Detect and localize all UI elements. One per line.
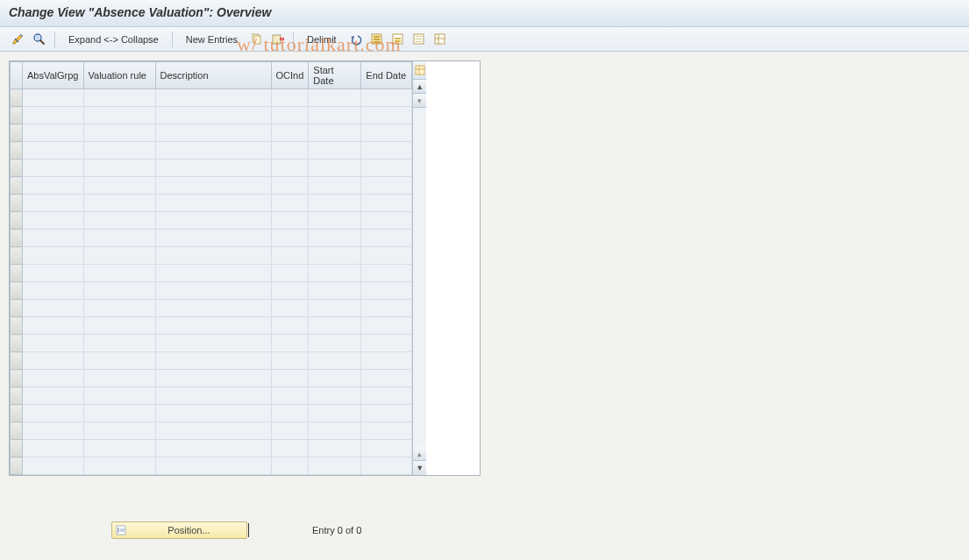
undo-icon[interactable] xyxy=(346,31,366,48)
cell[interactable] xyxy=(83,405,155,422)
cell[interactable] xyxy=(155,370,271,387)
cell[interactable] xyxy=(83,212,155,230)
position-button[interactable]: Position... xyxy=(111,521,247,539)
cell[interactable] xyxy=(271,440,309,457)
cell[interactable] xyxy=(155,124,271,142)
row-selector[interactable] xyxy=(11,212,23,230)
scroll-down-icon[interactable]: ▼ xyxy=(413,461,426,475)
cell[interactable] xyxy=(271,405,309,422)
row-selector[interactable] xyxy=(11,300,23,317)
cell[interactable] xyxy=(23,230,84,247)
cell[interactable] xyxy=(361,387,412,405)
cell[interactable] xyxy=(309,230,361,247)
select-block-icon[interactable] xyxy=(388,31,408,48)
cell[interactable] xyxy=(83,89,155,107)
cell[interactable] xyxy=(155,457,271,475)
cell[interactable] xyxy=(155,247,271,265)
row-selector[interactable] xyxy=(11,195,23,212)
cell[interactable] xyxy=(155,317,271,335)
cell[interactable] xyxy=(309,335,361,352)
cell[interactable] xyxy=(361,440,412,457)
cell[interactable] xyxy=(309,440,361,457)
cell[interactable] xyxy=(361,317,412,335)
cell[interactable] xyxy=(83,457,155,475)
cell[interactable] xyxy=(271,282,309,300)
column-header[interactable]: Valuation rule xyxy=(83,62,155,89)
cell[interactable] xyxy=(309,265,361,282)
cell[interactable] xyxy=(271,124,309,142)
cell[interactable] xyxy=(155,212,271,230)
row-selector[interactable] xyxy=(11,422,23,440)
cell[interactable] xyxy=(23,370,84,387)
cell[interactable] xyxy=(83,317,155,335)
cell[interactable] xyxy=(23,124,84,142)
row-selector[interactable] xyxy=(11,265,23,282)
cell[interactable] xyxy=(361,300,412,317)
cell[interactable] xyxy=(361,142,412,159)
delimit-button[interactable]: Delimit xyxy=(299,31,345,48)
cell[interactable] xyxy=(271,177,309,195)
cell[interactable] xyxy=(83,352,155,370)
cell[interactable] xyxy=(23,422,84,440)
cell[interactable] xyxy=(271,230,309,247)
cell[interactable] xyxy=(23,440,84,457)
cell[interactable] xyxy=(271,159,309,177)
table-config-icon[interactable] xyxy=(413,61,426,80)
cell[interactable] xyxy=(309,195,361,212)
row-selector[interactable] xyxy=(11,124,23,142)
cell[interactable] xyxy=(155,195,271,212)
cell[interactable] xyxy=(361,265,412,282)
cell[interactable] xyxy=(309,89,361,107)
cell[interactable] xyxy=(23,212,84,230)
cell[interactable] xyxy=(83,247,155,265)
row-selector[interactable] xyxy=(11,317,23,335)
cell[interactable] xyxy=(361,457,412,475)
cell[interactable] xyxy=(83,387,155,405)
cell[interactable] xyxy=(309,352,361,370)
cell[interactable] xyxy=(271,195,309,212)
cell[interactable] xyxy=(271,370,309,387)
cell[interactable] xyxy=(309,142,361,159)
cell[interactable] xyxy=(361,422,412,440)
cell[interactable] xyxy=(361,89,412,107)
cell[interactable] xyxy=(155,265,271,282)
cell[interactable] xyxy=(361,335,412,352)
cell[interactable] xyxy=(23,195,84,212)
cell[interactable] xyxy=(309,247,361,265)
cell[interactable] xyxy=(23,352,84,370)
cell[interactable] xyxy=(23,89,84,107)
cell[interactable] xyxy=(271,89,309,107)
cell[interactable] xyxy=(23,107,84,124)
cell[interactable] xyxy=(23,387,84,405)
cell[interactable] xyxy=(23,300,84,317)
cell[interactable] xyxy=(155,142,271,159)
row-selector[interactable] xyxy=(11,282,23,300)
cell[interactable] xyxy=(309,300,361,317)
cell[interactable] xyxy=(361,195,412,212)
cell[interactable] xyxy=(155,177,271,195)
cell[interactable] xyxy=(309,212,361,230)
cell[interactable] xyxy=(361,159,412,177)
row-selector[interactable] xyxy=(11,159,23,177)
column-header[interactable]: End Date xyxy=(361,62,412,89)
cell[interactable] xyxy=(309,124,361,142)
cell[interactable] xyxy=(23,457,84,475)
cell[interactable] xyxy=(83,177,155,195)
column-header[interactable]: OCInd xyxy=(271,62,309,89)
deselect-all-icon[interactable] xyxy=(410,31,429,48)
row-selector[interactable] xyxy=(11,457,23,475)
row-selector[interactable] xyxy=(11,107,23,124)
cell[interactable] xyxy=(83,124,155,142)
cell[interactable] xyxy=(271,387,309,405)
cell[interactable] xyxy=(271,212,309,230)
cell[interactable] xyxy=(83,107,155,124)
row-selector[interactable] xyxy=(11,89,23,107)
cell[interactable] xyxy=(309,282,361,300)
cell[interactable] xyxy=(155,440,271,457)
cell[interactable] xyxy=(83,282,155,300)
cell[interactable] xyxy=(271,422,309,440)
cell[interactable] xyxy=(361,212,412,230)
cell[interactable] xyxy=(361,107,412,124)
cell[interactable] xyxy=(83,422,155,440)
cell[interactable] xyxy=(271,247,309,265)
